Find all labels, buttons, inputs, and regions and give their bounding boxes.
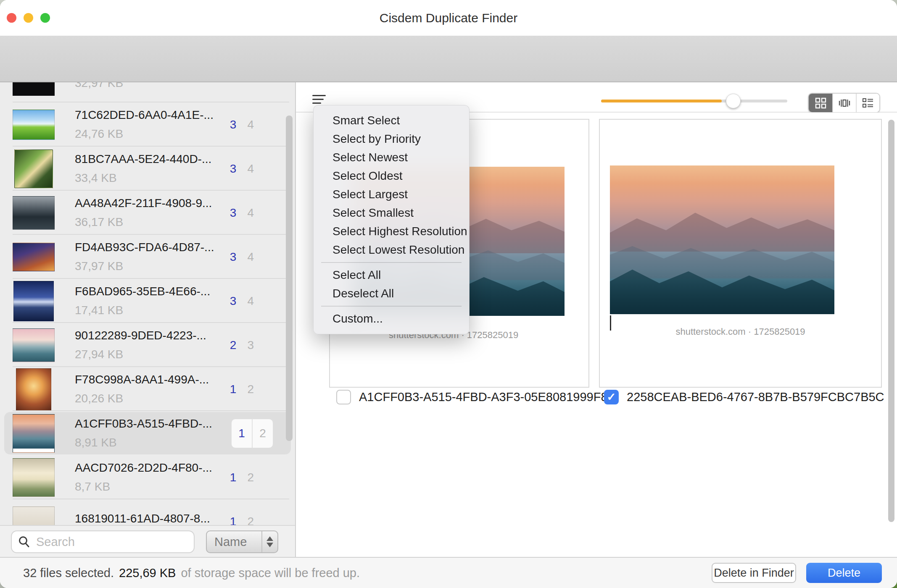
freed-size-text: 225,69 KB [119, 566, 176, 580]
search-field[interactable] [11, 530, 195, 553]
duplicate-card: shutterstock.com · 1725825019 [599, 119, 882, 388]
file-checkbox-unchecked[interactable] [336, 390, 351, 404]
selected-count: 1 [230, 515, 237, 525]
total-count: 2 [247, 515, 254, 525]
menu-item-select-by-priority[interactable]: Select by Priority [314, 130, 469, 148]
sidebar-scrollbar[interactable] [286, 116, 293, 441]
stepper-icon[interactable] [261, 531, 277, 552]
total-count: 4 [247, 250, 254, 264]
list-item[interactable]: F6BAD965-35EB-4E66-... 17,41 KB 3 4 [0, 279, 295, 323]
file-size: 20,26 KB [75, 392, 230, 405]
file-thumbnail [13, 82, 55, 96]
menu-separator [321, 262, 462, 263]
file-name: AACD7026-2D2D-4F80-... [75, 461, 230, 475]
list-item[interactable]: 16819011-61AD-4807-8... 1 2 [0, 499, 295, 525]
total-count: 2 [247, 471, 254, 484]
search-strip: Name [0, 525, 295, 557]
total-count: 2 [247, 383, 254, 396]
menu-item-select-all[interactable]: Select All [314, 266, 469, 284]
file-size: 17,41 KB [75, 304, 230, 317]
file-list: 32,97 KB 71C62DED-6AA0-4A1E-... 24,76 KB… [0, 82, 295, 525]
close-window-button[interactable] [7, 13, 16, 23]
selected-count: 3 [230, 118, 237, 131]
menu-item-custom[interactable]: Custom... [314, 310, 469, 328]
selected-count: 2 [230, 339, 237, 352]
file-thumbnail [13, 243, 55, 271]
total-count: 3 [247, 339, 254, 352]
list-item[interactable]: 81BC7AAA-5E24-440D-... 33,4 KB 3 4 [0, 147, 295, 191]
search-icon [18, 536, 30, 548]
file-name: F78C998A-8AA1-499A-... [75, 373, 230, 386]
file-size: 32,97 KB [75, 82, 243, 90]
file-thumbnail [13, 196, 55, 230]
file-thumbnail [13, 150, 55, 188]
menu-item-smart-select[interactable]: Smart Select [314, 111, 469, 130]
menu-item-select-lowest-resolution[interactable]: Select Lowest Resolution [314, 241, 469, 259]
list-item[interactable]: 32,97 KB [0, 82, 295, 102]
watermark-text: shutterstock.com · 1725825019 [600, 326, 881, 337]
file-size: 24,76 KB [75, 127, 230, 141]
menu-item-select-smallest[interactable]: Select Smallest [314, 204, 469, 222]
menu-item-select-oldest[interactable]: Select Oldest [314, 167, 469, 185]
file-checkbox-label: 2258CEAB-BED6-4767-8B7B-B579FCBC7B5C [627, 390, 884, 404]
delete-button[interactable]: Delete [806, 563, 882, 583]
file-size: 8,91 KB [75, 436, 231, 449]
file-checkbox-checked[interactable]: ✓ [604, 390, 619, 404]
selected-count: 3 [230, 162, 237, 176]
slider-fill [601, 100, 722, 102]
menu-item-select-highest-resolution[interactable]: Select Highest Resolution [314, 222, 469, 241]
list-item[interactable]: F78C998A-8AA1-499A-... 20,26 KB 1 2 [0, 367, 295, 411]
menu-item-deselect-all[interactable]: Deselect All [314, 284, 469, 303]
menu-item-select-newest[interactable]: Select Newest [314, 148, 469, 167]
window-title: Cisdem Duplicate Finder [380, 11, 517, 25]
preview-scrollbar[interactable] [888, 120, 894, 522]
select-menu-icon[interactable] [312, 95, 327, 106]
list-item[interactable]: 71C62DED-6AA0-4A1E-... 24,76 KB 3 4 [0, 102, 295, 147]
list-item[interactable]: FD4AB93C-FDA6-4D87-... 37,97 KB 3 4 [0, 235, 295, 279]
duplicate-list-sidebar: 32,97 KB 71C62DED-6AA0-4A1E-... 24,76 KB… [0, 82, 296, 557]
file-name: 81BC7AAA-5E24-440D-... [75, 152, 230, 166]
file-name: F6BAD965-35EB-4E66-... [75, 285, 230, 298]
toolbar: < Back Overview All Document Image Music… [0, 36, 897, 82]
file-name: 90122289-9DED-4223-... [75, 329, 230, 342]
file-check-row: A1CFF0B3-A515-4FBD-A3F3-05E8081999F8 [336, 390, 608, 404]
list-view-icon [862, 97, 874, 109]
freed-space-text: of storage space will be freed up. [181, 566, 360, 580]
delete-in-finder-button[interactable]: Delete in Finder [712, 563, 796, 583]
file-checkbox-label: A1CFF0B3-A515-4FBD-A3F3-05E8081999F8 [359, 390, 608, 404]
menu-separator [321, 306, 462, 307]
sort-dropdown[interactable]: Name [206, 530, 278, 553]
thumbnail-size-slider[interactable] [601, 100, 787, 102]
menu-item-select-largest[interactable]: Select Largest [314, 185, 469, 204]
selected-count: 3 [230, 250, 237, 264]
list-item[interactable]: AA48A42F-211F-4908-9... 36,17 KB 3 4 [0, 191, 295, 235]
total-count: 4 [247, 206, 254, 220]
file-size: 8,7 KB [75, 480, 230, 494]
list-item[interactable]: 90122289-9DED-4223-... 27,94 KB 2 3 [0, 323, 295, 367]
total-count: 2 [253, 419, 273, 448]
total-count: 4 [247, 118, 254, 131]
selected-files-text: 32 files selected. [23, 566, 114, 580]
preview-image [610, 165, 834, 314]
list-view-button[interactable] [856, 94, 879, 112]
file-name: AA48A42F-211F-4908-9... [75, 197, 230, 210]
file-name: 16819011-61AD-4807-8... [75, 512, 230, 525]
list-item[interactable]: AACD7026-2D2D-4F80-... 8,7 KB 1 2 [0, 455, 295, 499]
selected-count: 1 [230, 471, 237, 484]
zoom-window-button[interactable] [40, 13, 50, 23]
watermark-tick [610, 315, 611, 331]
total-count: 4 [247, 162, 254, 176]
minimize-window-button[interactable] [24, 13, 33, 23]
list-item-selected[interactable]: A1CFF0B3-A515-4FBD-... 8,91 KB 1 2 [0, 411, 295, 455]
search-input[interactable] [36, 535, 188, 549]
title-bar: Cisdem Duplicate Finder [0, 0, 897, 36]
file-size: 37,97 KB [75, 260, 230, 273]
traffic-lights [7, 13, 50, 23]
file-name: 71C62DED-6AA0-4A1E-... [75, 108, 230, 122]
carousel-view-button[interactable] [832, 94, 856, 112]
file-check-row: ✓ 2258CEAB-BED6-4767-8B7B-B579FCBC7B5C [604, 390, 884, 404]
file-name: FD4AB93C-FDA6-4D87-... [75, 241, 230, 254]
slider-thumb[interactable] [726, 94, 741, 108]
grid-view-icon [815, 97, 826, 109]
grid-view-button[interactable] [809, 94, 832, 112]
